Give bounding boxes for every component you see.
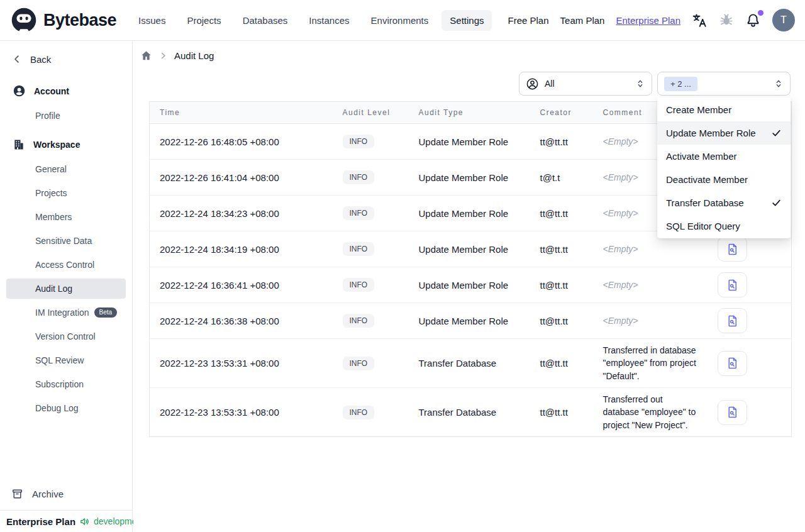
audit-level-badge: INFO: [343, 242, 375, 256]
log-creator: tt@tt.tt: [530, 303, 593, 339]
log-creator: tt@tt.tt: [530, 196, 593, 231]
table-row: 2022-12-24 16:36:38 +08:00 INFO Update M…: [150, 303, 792, 339]
document-search-icon: [726, 314, 739, 328]
selector-caret-icon: [635, 79, 645, 89]
document-search-icon: [726, 279, 739, 292]
audit-type: Update Member Role: [409, 124, 530, 160]
page-title: Audit Log: [174, 50, 214, 61]
audit-type: Update Member Role: [409, 267, 530, 303]
log-comment: Transferred in database "employee" from …: [593, 339, 708, 388]
notifications-bell-icon[interactable]: [745, 13, 761, 28]
audit-type-filter-select[interactable]: + 2 ...: [657, 72, 791, 96]
plan-status-bar: Enterprise Plan development: [0, 510, 132, 532]
menu-item-create-member[interactable]: Create Member: [657, 98, 791, 121]
menu-item-deactivate-member[interactable]: Deactivate Member: [657, 168, 791, 191]
sidebar-item-debug-log[interactable]: Debug Log: [6, 398, 126, 418]
back-label: Back: [30, 54, 51, 65]
log-time: 2022-12-24 16:36:38 +08:00: [150, 303, 333, 339]
free-plan-link[interactable]: Free Plan: [508, 15, 549, 26]
view-log-detail-button[interactable]: [718, 272, 747, 297]
bug-icon[interactable]: [719, 13, 734, 28]
home-icon[interactable]: [140, 50, 152, 62]
check-icon: [771, 128, 782, 138]
table-row: 2022-12-23 13:53:31 +08:00 INFO Transfer…: [150, 388, 792, 437]
nav-settings[interactable]: Settings: [441, 10, 492, 31]
team-plan-link[interactable]: Team Plan: [560, 15, 605, 26]
nav-projects[interactable]: Projects: [179, 10, 229, 31]
sidebar-item-general[interactable]: General: [6, 159, 126, 179]
nav-environments[interactable]: Environments: [363, 10, 437, 31]
table-row: 2022-12-23 13:53:31 +08:00 INFO Transfer…: [150, 339, 792, 388]
archive-button[interactable]: Archive: [6, 482, 126, 510]
sidebar-item-im-integration[interactable]: IM Integration Beta: [6, 302, 126, 323]
audit-level-badge: INFO: [343, 357, 375, 370]
log-time: 2022-12-23 13:53:31 +08:00: [150, 388, 333, 437]
log-time: 2022-12-26 16:48:05 +08:00: [150, 124, 333, 160]
sidebar-item-access-control[interactable]: Access Control: [6, 255, 126, 275]
back-button[interactable]: Back: [6, 52, 126, 66]
col-time: Time: [150, 102, 333, 124]
log-time: 2022-12-24 18:34:23 +08:00: [150, 196, 333, 231]
beta-badge: Beta: [94, 308, 118, 318]
speaker-icon: [79, 516, 90, 527]
menu-item-activate-member[interactable]: Activate Member: [657, 145, 791, 168]
audit-level-badge: INFO: [343, 406, 375, 419]
audit-level-badge: INFO: [343, 135, 375, 148]
audit-type: Update Member Role: [409, 303, 530, 339]
sidebar-section-workspace: Workspace: [6, 134, 126, 155]
log-comment: Transferred out database "employee" to p…: [593, 388, 708, 437]
brand-name: Bytebase: [43, 11, 116, 30]
top-navbar: Bytebase Issues Projects Databases Insta…: [0, 0, 805, 41]
audit-type: Update Member Role: [409, 196, 530, 231]
sidebar-item-sql-review[interactable]: SQL Review: [6, 350, 126, 370]
bytebase-logo-icon: [10, 6, 38, 34]
log-time: 2022-12-24 16:36:41 +08:00: [150, 267, 333, 303]
document-search-icon: [726, 243, 739, 256]
sidebar-item-members[interactable]: Members: [6, 207, 126, 227]
sidebar-item-sensitive-data[interactable]: Sensitive Data: [6, 231, 126, 251]
sidebar-item-version-control[interactable]: Version Control: [6, 326, 126, 346]
log-time: 2022-12-26 16:41:04 +08:00: [150, 160, 333, 196]
user-avatar[interactable]: T: [772, 9, 795, 31]
log-comment: <Empty>: [593, 267, 708, 303]
creator-filter-select[interactable]: All: [519, 72, 652, 96]
audit-level-badge: INFO: [343, 278, 375, 292]
filter-row: All + 2 ...: [519, 72, 791, 96]
view-log-detail-button[interactable]: [718, 236, 747, 262]
log-time: 2022-12-24 18:34:19 +08:00: [150, 231, 333, 267]
menu-item-transfer-database[interactable]: Transfer Database: [657, 191, 791, 214]
check-icon: [771, 197, 782, 208]
bytebase-logo[interactable]: Bytebase: [10, 6, 116, 34]
log-creator: tt@tt.tt: [530, 267, 593, 303]
col-creator: Creator: [530, 102, 593, 124]
sidebar-item-audit-log[interactable]: Audit Log: [6, 279, 126, 299]
audit-type-dropdown-menu: Create Member Update Member Role Activat…: [657, 97, 791, 238]
sidebar-item-projects[interactable]: Projects: [6, 183, 126, 203]
view-log-detail-button[interactable]: [718, 308, 747, 333]
audit-type: Transfer Database: [409, 388, 530, 437]
creator-filter-value: All: [545, 79, 555, 89]
archive-box-icon: [11, 488, 23, 500]
nav-instances[interactable]: Instances: [301, 10, 357, 31]
nav-databases[interactable]: Databases: [235, 10, 296, 31]
settings-sidebar: Back Account Profile Workspace General P…: [0, 41, 133, 532]
audit-type: Update Member Role: [409, 160, 530, 196]
sidebar-item-subscription[interactable]: Subscription: [6, 374, 126, 394]
translate-icon[interactable]: [692, 13, 708, 28]
col-audit-level: Audit Level: [333, 102, 409, 124]
chevron-right-icon: [158, 51, 168, 60]
menu-item-sql-editor-query[interactable]: SQL Editor Query: [657, 214, 791, 238]
sidebar-section-account: Account: [6, 80, 126, 102]
main-nav: Issues Projects Databases Instances Envi…: [130, 10, 492, 31]
nav-issues[interactable]: Issues: [130, 10, 174, 31]
view-log-detail-button[interactable]: [718, 351, 747, 376]
view-log-detail-button[interactable]: [718, 400, 747, 425]
current-plan-label: Enterprise Plan: [6, 516, 75, 527]
audit-type: Update Member Role: [409, 231, 530, 267]
menu-item-update-member-role[interactable]: Update Member Role: [657, 121, 791, 145]
user-circle-icon: [13, 84, 26, 97]
enterprise-plan-link[interactable]: Enterprise Plan: [616, 15, 680, 26]
person-circle-icon: [526, 77, 539, 91]
audit-level-badge: INFO: [343, 170, 375, 184]
sidebar-item-profile[interactable]: Profile: [6, 106, 126, 126]
